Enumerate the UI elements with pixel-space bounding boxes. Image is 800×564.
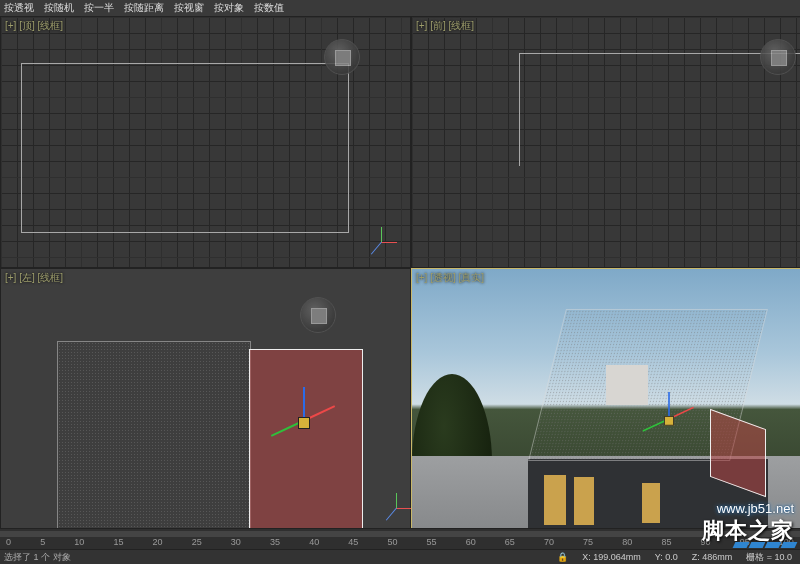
poly-face[interactable] [57,341,251,529]
viewcube[interactable] [760,39,796,75]
viewport-label[interactable]: [+] [透视] [真实] [416,271,484,285]
watermark-url: www.jb51.net [702,501,794,516]
viewcube[interactable] [324,39,360,75]
viewcube[interactable] [300,297,336,333]
move-gizmo[interactable] [641,392,697,448]
menu-item[interactable]: 按随机 [44,1,74,15]
snap-menu[interactable]: 按透视 按随机 按一半 按随距离 按视窗 按对象 按数值 [0,0,800,17]
menu-item[interactable]: 按对象 [214,1,244,15]
scene-window [642,483,660,523]
menu-item[interactable]: 按随距离 [124,1,164,15]
watermark-decoration [734,542,796,548]
viewport-left[interactable]: [+] [左] [线框] [0,268,411,530]
background-image [412,269,800,529]
axis-tripod-icon [381,493,411,523]
status-bar: 选择了 1 个 对象 🔒 X: 199.064mm Y: 0.0 Z: 486m… [0,549,800,564]
lock-icon[interactable]: 🔒 [553,552,572,562]
menu-item[interactable]: 按数值 [254,1,284,15]
timeline-ticks: 0510152025303540455055606570758085909510… [0,537,800,549]
menu-item[interactable]: 按一半 [84,1,114,15]
axis-tripod-icon [366,227,396,257]
watermark: www.jb51.net 脚本之家 [702,501,794,546]
viewport-label[interactable]: [+] [前] [线框] [416,19,474,33]
viewport-front[interactable]: [+] [前] [线框] [411,16,800,268]
grid-readout: 栅格 = 10.0 [742,551,796,564]
scene-window [544,475,566,525]
menu-item[interactable]: 按透视 [4,1,34,15]
viewport-label[interactable]: [+] [左] [线框] [5,271,63,285]
timeline[interactable]: 0510152025303540455055606570758085909510… [0,528,800,550]
object-bbox[interactable] [21,63,349,233]
viewport-perspective[interactable]: [+] [透视] [真实] [411,268,800,530]
coord-z[interactable]: Z: 486mm [688,552,737,562]
object-bbox[interactable] [519,53,800,166]
selection-status: 选择了 1 个 对象 [4,551,71,564]
viewport-label[interactable]: [+] [顶] [线框] [5,19,63,33]
move-gizmo[interactable] [269,387,339,457]
coord-x[interactable]: X: 199.064mm [578,552,645,562]
scene-window [574,477,594,525]
menu-item[interactable]: 按视窗 [174,1,204,15]
coord-y[interactable]: Y: 0.0 [651,552,682,562]
viewport-top[interactable]: [+] [顶] [线框] [0,16,411,268]
